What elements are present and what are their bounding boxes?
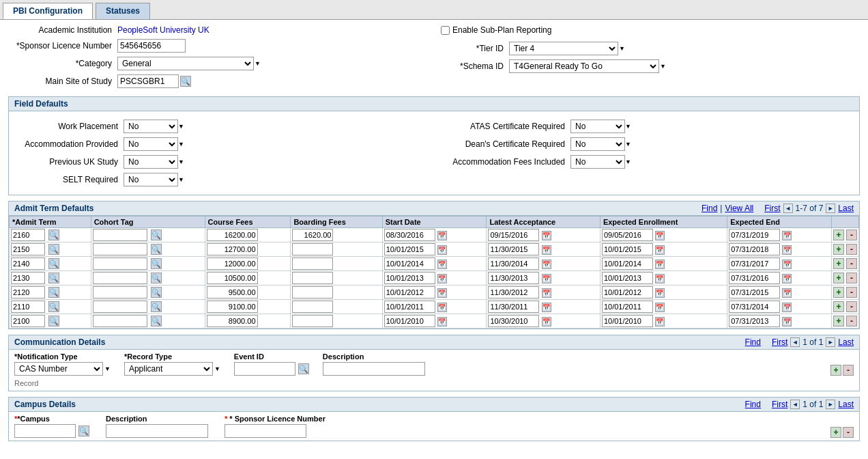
comm-last[interactable]: Last bbox=[838, 337, 854, 347]
accom-fees-select[interactable]: NoYes bbox=[570, 155, 625, 169]
cohort-tag-input-0[interactable] bbox=[93, 229, 147, 241]
admit-term-lookup-5[interactable]: 🔍 bbox=[48, 301, 59, 312]
category-select[interactable]: General bbox=[117, 57, 254, 70]
latest-acceptance-input-2[interactable] bbox=[488, 258, 539, 270]
start-date-cal-2[interactable]: 📅 bbox=[437, 260, 447, 269]
latest-acceptance-cal-4[interactable]: 📅 bbox=[542, 288, 551, 298]
deans-cert-select[interactable]: NoYes bbox=[570, 137, 625, 151]
admit-term-lookup-2[interactable]: 🔍 bbox=[48, 258, 59, 269]
course-fees-input-5[interactable] bbox=[207, 301, 258, 313]
expected-enrollment-input-5[interactable] bbox=[602, 301, 653, 313]
expected-enrollment-input-3[interactable] bbox=[602, 272, 653, 284]
campus-lookup-icon[interactable]: 🔍 bbox=[78, 426, 89, 436]
admit-term-lookup-6[interactable]: 🔍 bbox=[48, 316, 59, 326]
campus-input[interactable] bbox=[14, 424, 76, 438]
notification-type-select[interactable]: CAS Number bbox=[14, 362, 103, 376]
cohort-tag-input-5[interactable] bbox=[93, 301, 147, 313]
record-type-select[interactable]: Applicant bbox=[124, 362, 213, 376]
boarding-fees-input-4[interactable] bbox=[292, 286, 333, 298]
expected-enrollment-cal-0[interactable]: 📅 bbox=[655, 231, 665, 240]
start-date-cal-0[interactable]: 📅 bbox=[437, 231, 447, 240]
expected-end-cal-0[interactable]: 📅 bbox=[782, 231, 792, 240]
expected-end-cal-1[interactable]: 📅 bbox=[782, 245, 792, 255]
admit-term-prev-btn[interactable]: ◄ bbox=[783, 204, 793, 213]
work-placement-select[interactable]: NoYes bbox=[124, 120, 178, 133]
row-add-btn-1[interactable]: + bbox=[833, 244, 844, 255]
main-site-lookup-icon[interactable]: 🔍 bbox=[180, 76, 191, 87]
event-id-input[interactable] bbox=[234, 362, 295, 376]
expected-end-input-4[interactable] bbox=[729, 286, 780, 298]
course-fees-input-1[interactable] bbox=[207, 243, 258, 255]
row-add-btn-4[interactable]: + bbox=[833, 287, 844, 298]
admit-term-next-btn[interactable]: ► bbox=[826, 204, 835, 213]
tier-id-select[interactable]: Tier 4 bbox=[509, 42, 618, 55]
start-date-cal-1[interactable]: 📅 bbox=[437, 245, 447, 255]
admit-term-input-4[interactable] bbox=[11, 286, 45, 298]
row-del-btn-3[interactable]: - bbox=[846, 273, 857, 283]
expected-enrollment-input-4[interactable] bbox=[602, 286, 653, 298]
comm-find[interactable]: Find bbox=[745, 337, 761, 347]
accommodation-provided-select[interactable]: NoYes bbox=[124, 137, 178, 151]
expected-end-input-3[interactable] bbox=[729, 272, 780, 284]
latest-acceptance-cal-0[interactable]: 📅 bbox=[542, 231, 551, 240]
schema-id-select[interactable]: T4General Ready To Go bbox=[509, 59, 659, 73]
latest-acceptance-input-1[interactable] bbox=[488, 243, 539, 255]
boarding-fees-input-5[interactable] bbox=[292, 301, 333, 313]
latest-acceptance-cal-5[interactable]: 📅 bbox=[542, 303, 551, 312]
expected-end-cal-5[interactable]: 📅 bbox=[782, 303, 792, 312]
start-date-cal-6[interactable]: 📅 bbox=[437, 317, 447, 326]
admit-term-last[interactable]: Last bbox=[838, 204, 854, 213]
latest-acceptance-cal-3[interactable]: 📅 bbox=[542, 274, 551, 283]
cohort-tag-lookup-6[interactable]: 🔍 bbox=[151, 316, 162, 326]
cohort-tag-input-6[interactable] bbox=[93, 315, 147, 327]
expected-enrollment-input-2[interactable] bbox=[602, 258, 653, 270]
start-date-input-5[interactable] bbox=[384, 301, 435, 313]
campus-last[interactable]: Last bbox=[838, 400, 854, 409]
campus-find[interactable]: Find bbox=[745, 400, 761, 409]
campus-next-btn[interactable]: ► bbox=[826, 400, 835, 409]
start-date-input-2[interactable] bbox=[384, 258, 435, 270]
course-fees-input-0[interactable] bbox=[207, 229, 258, 241]
cohort-tag-input-4[interactable] bbox=[93, 286, 147, 298]
cohort-tag-lookup-5[interactable]: 🔍 bbox=[151, 301, 162, 312]
row-del-btn-1[interactable]: - bbox=[846, 244, 857, 255]
admit-term-lookup-1[interactable]: 🔍 bbox=[48, 244, 59, 255]
row-add-btn-0[interactable]: + bbox=[833, 230, 844, 240]
admit-term-view-all[interactable]: View All bbox=[725, 204, 753, 213]
expected-end-cal-3[interactable]: 📅 bbox=[782, 274, 792, 283]
start-date-cal-4[interactable]: 📅 bbox=[437, 288, 447, 298]
boarding-fees-input-0[interactable] bbox=[292, 229, 333, 241]
campus-description-input[interactable] bbox=[106, 424, 208, 438]
admit-term-input-3[interactable] bbox=[11, 272, 45, 284]
start-date-input-4[interactable] bbox=[384, 286, 435, 298]
comm-add-button[interactable]: + bbox=[830, 365, 841, 376]
row-del-btn-5[interactable]: - bbox=[846, 301, 857, 312]
selt-required-select[interactable]: NoYes bbox=[124, 173, 178, 186]
latest-acceptance-cal-2[interactable]: 📅 bbox=[542, 260, 551, 269]
expected-end-cal-4[interactable]: 📅 bbox=[782, 288, 792, 298]
campus-add-button[interactable]: + bbox=[830, 427, 841, 438]
boarding-fees-input-6[interactable] bbox=[292, 315, 333, 327]
comm-next-btn[interactable]: ► bbox=[826, 337, 835, 347]
campus-first[interactable]: First bbox=[772, 400, 787, 409]
latest-acceptance-input-3[interactable] bbox=[488, 272, 539, 284]
enable-sub-plan-checkbox[interactable] bbox=[441, 26, 450, 35]
start-date-input-3[interactable] bbox=[384, 272, 435, 284]
expected-enrollment-cal-4[interactable]: 📅 bbox=[655, 288, 665, 298]
cohort-tag-lookup-2[interactable]: 🔍 bbox=[151, 258, 162, 269]
admit-term-input-1[interactable] bbox=[11, 243, 45, 255]
row-del-btn-6[interactable]: - bbox=[846, 316, 857, 326]
expected-end-input-1[interactable] bbox=[729, 243, 780, 255]
latest-acceptance-cal-6[interactable]: 📅 bbox=[542, 317, 551, 326]
expected-end-input-2[interactable] bbox=[729, 258, 780, 270]
comm-delete-button[interactable]: - bbox=[843, 365, 854, 376]
start-date-input-0[interactable] bbox=[384, 229, 435, 241]
description-input[interactable] bbox=[323, 362, 425, 376]
admit-term-find[interactable]: Find bbox=[701, 204, 717, 213]
cohort-tag-input-3[interactable] bbox=[93, 272, 147, 284]
latest-acceptance-input-5[interactable] bbox=[488, 301, 539, 313]
cohort-tag-lookup-0[interactable]: 🔍 bbox=[151, 230, 162, 240]
expected-end-cal-2[interactable]: 📅 bbox=[782, 260, 792, 269]
expected-enrollment-cal-6[interactable]: 📅 bbox=[655, 317, 665, 326]
start-date-cal-5[interactable]: 📅 bbox=[437, 303, 447, 312]
